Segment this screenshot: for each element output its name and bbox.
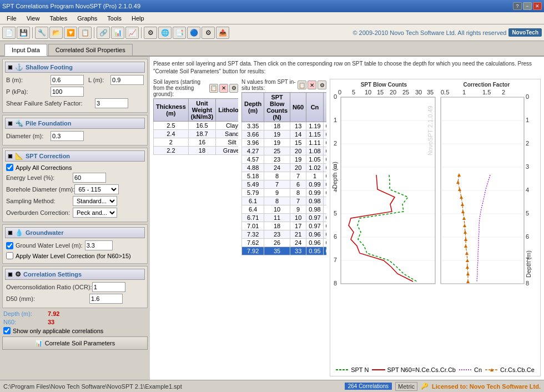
- b-input[interactable]: [51, 75, 84, 85]
- ocr-input[interactable]: [92, 282, 125, 292]
- menu-view[interactable]: View: [22, 14, 44, 23]
- list-button[interactable]: 📋: [78, 27, 92, 39]
- export-button[interactable]: 📤: [216, 27, 229, 39]
- svg-marker-56: [461, 203, 464, 206]
- tab-input-data[interactable]: Input Data: [4, 44, 47, 56]
- spt-row[interactable]: 7.9235330.950.94: [242, 247, 327, 255]
- correlate-icon: 📊: [35, 340, 43, 347]
- help-button[interactable]: ?: [513, 2, 522, 10]
- svg-text:1: 1: [462, 89, 466, 96]
- soil-settings-btn[interactable]: ⚙: [229, 84, 238, 93]
- legend-cn: Cn: [474, 366, 482, 373]
- gw-collapse[interactable]: ▣: [8, 230, 13, 235]
- pile-collapse[interactable]: ▣: [8, 120, 13, 126]
- show-applicable-checkbox[interactable]: [3, 327, 11, 334]
- spt-row[interactable]: 7.6226240.960.94: [242, 239, 327, 247]
- soil-layer-row[interactable]: 2.418.7Sand: [154, 130, 239, 138]
- open-button[interactable]: 📂: [49, 27, 63, 39]
- shallow-footing-collapse[interactable]: ▣: [8, 64, 13, 70]
- menu-help[interactable]: Help: [127, 14, 149, 23]
- legend-cr: Cr.Cs.Cb.Ce: [500, 366, 535, 373]
- novotech-logo: NovoTech: [508, 28, 542, 37]
- filter-button[interactable]: 🔽: [64, 27, 77, 39]
- svg-text:0: 0: [334, 93, 337, 100]
- spt-row[interactable]: 3.3518131.190.78: [242, 122, 327, 130]
- copyright-text: © 2009-2010 Novo Tech Software Ltd. All …: [352, 29, 506, 36]
- overburden-select[interactable]: Peck and... Other: [73, 208, 117, 218]
- spt-row[interactable]: 4.8824201.020.85: [242, 164, 327, 172]
- soil-layer-row[interactable]: 2.516.5Clay: [154, 122, 239, 130]
- gwl-input[interactable]: [85, 240, 113, 250]
- soil-layer-row[interactable]: 216Silt: [154, 138, 239, 147]
- energy-input[interactable]: [73, 173, 106, 183]
- tool3-button[interactable]: 📑: [173, 27, 186, 39]
- menu-tables[interactable]: Tables: [45, 14, 72, 23]
- gw-icon: 💧: [15, 229, 23, 237]
- tool2-button[interactable]: 🌐: [158, 27, 172, 39]
- sampling-label: Sampling Method:: [6, 198, 73, 204]
- svg-marker-59: [463, 224, 466, 227]
- minimize-button[interactable]: −: [523, 2, 532, 10]
- close-button[interactable]: ✕: [533, 2, 542, 10]
- d50-row: D50 (mm):: [5, 294, 145, 304]
- gwl-checkbox[interactable]: [6, 242, 13, 249]
- spt-row[interactable]: 7.0118170.970.93: [242, 222, 327, 230]
- soil-layers-table: Thickness(m) Unit Weight(kN/m3) Litholog…: [153, 98, 238, 155]
- p-input[interactable]: [51, 87, 84, 97]
- spt-row[interactable]: 3.9619151.110.79: [242, 139, 327, 147]
- corr-settings-collapse[interactable]: ▣: [8, 272, 13, 277]
- sf-input[interactable]: [95, 98, 128, 108]
- spt-add-btn[interactable]: 📋: [298, 81, 306, 89]
- apply-all-checkbox[interactable]: [6, 164, 13, 171]
- menu-tools[interactable]: Tools: [103, 14, 126, 23]
- spt-label: N values from SPT in-situ tests:: [241, 79, 298, 91]
- spt-row[interactable]: 4.5723191.050.84: [242, 155, 327, 164]
- tool1-button[interactable]: ⚙: [144, 27, 157, 39]
- soil-add-btn[interactable]: 📋: [209, 84, 218, 93]
- spt-table-scroll: Depth(m) SPT BlowCounts (N) N60 Cn C 3.3…: [241, 92, 326, 270]
- soil-layer-row[interactable]: 2.218Gravel: [154, 147, 239, 155]
- d50-input[interactable]: [89, 294, 123, 304]
- spt-correction-collapse[interactable]: ▣: [8, 153, 13, 159]
- soil-del-btn[interactable]: ✕: [219, 84, 228, 93]
- spt-row[interactable]: 6.7111100.970.92: [242, 214, 327, 222]
- spt-row[interactable]: 6.1870.980.9: [242, 197, 327, 205]
- tab-correlated-soil[interactable]: Correlated Soil Properties: [48, 44, 133, 56]
- depth-display-row: Depth (m): 7.92: [2, 310, 148, 317]
- spt-row[interactable]: 4.2725201.080.82: [242, 147, 327, 155]
- graph-button[interactable]: 📊: [111, 27, 124, 39]
- settings-button[interactable]: ⚙: [202, 27, 215, 39]
- spt-settings-btn[interactable]: ⚙: [318, 81, 326, 89]
- apply-water-row: Apply Water Level Correction (for N60>15…: [5, 252, 145, 259]
- l-label: L (m):: [88, 77, 110, 83]
- diam-input[interactable]: [51, 131, 84, 141]
- spt-del-btn[interactable]: ✕: [308, 81, 316, 89]
- menu-graphs[interactable]: Graphs: [73, 14, 102, 23]
- shallow-footing-header: ▣ ⚓ Shallow Footing: [5, 62, 145, 73]
- apply-water-checkbox[interactable]: [6, 252, 13, 259]
- show-applicable-row: Show only applicable correlations: [2, 327, 148, 334]
- spt-row[interactable]: 3.6619141.150.76: [242, 130, 327, 139]
- tool4-button[interactable]: 🔵: [187, 27, 200, 39]
- shallow-footing-icon: ⚓: [15, 63, 23, 71]
- spt-row[interactable]: 5.49760.990.88: [242, 180, 327, 189]
- link-button[interactable]: 🔗: [97, 27, 110, 39]
- wrench-button[interactable]: 🔧: [35, 27, 48, 39]
- spt-row[interactable]: 5.188710.87: [242, 172, 327, 180]
- correlate-button[interactable]: 📊 Correlate Soil Parameters: [2, 336, 148, 350]
- sampling-select[interactable]: Standard... Other: [73, 196, 117, 206]
- svg-text:25: 25: [402, 89, 409, 96]
- save-button[interactable]: 💾: [17, 27, 30, 39]
- spt-row[interactable]: 5.79980.990.89: [242, 189, 327, 197]
- spt-row[interactable]: 7.3223210.960.93: [242, 230, 327, 239]
- spt-row[interactable]: 6.41090.980.9: [242, 205, 327, 214]
- title-bar: SPT Correlations Program NovoSPT (Pro) 2…: [0, 0, 544, 12]
- show-applicable-label: Show only applicable correlations: [13, 328, 103, 334]
- depth-label: Depth (m):: [3, 310, 48, 317]
- borehole-select[interactable]: 65 - 115 115 - 150 > 150: [74, 184, 119, 194]
- chart-button[interactable]: 📈: [125, 27, 139, 39]
- menu-file[interactable]: File: [2, 14, 21, 23]
- l-input[interactable]: [110, 75, 144, 85]
- new-button[interactable]: 📄: [2, 27, 16, 39]
- svg-text:20: 20: [390, 89, 396, 96]
